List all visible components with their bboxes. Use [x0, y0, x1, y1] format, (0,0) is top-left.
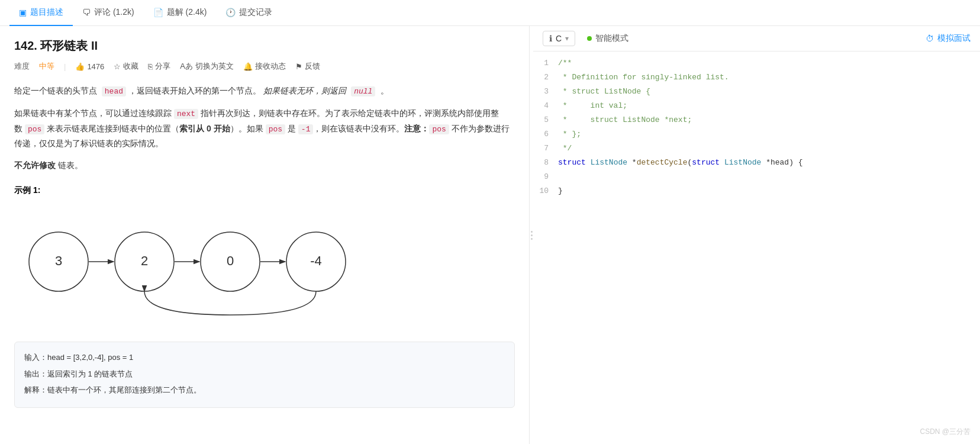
- example-section: 示例 1: 3 2 0: [14, 185, 515, 408]
- code-editor[interactable]: 1 /** 2 * Definition for singly-linked l…: [533, 52, 980, 444]
- code-line-5: 5 * struct ListNode *next;: [533, 113, 980, 127]
- problem-meta: 难度 中等 | 👍 1476 ☆ 收藏 ⎘ 分享 Aあ 切换为英文 🔔 接收动态: [14, 61, 515, 72]
- tab-description[interactable]: ▣ 题目描述: [9, 0, 73, 26]
- thumbs-up-icon: 👍: [75, 62, 85, 71]
- code-line-1: 1 /**: [533, 56, 980, 70]
- svg-text:0: 0: [227, 253, 234, 268]
- star-icon: ☆: [114, 62, 121, 71]
- problem-title: 142. 环形链表 II: [14, 38, 515, 54]
- likes-button[interactable]: 👍 1476: [75, 62, 104, 71]
- translate-icon: Aあ: [180, 61, 193, 72]
- code-line-7: 7 */: [533, 141, 980, 156]
- bell-icon: 🔔: [243, 62, 253, 71]
- explanation-line: 解释：链表中有一个环，其尾部连接到第二个节点。: [24, 383, 505, 397]
- feedback-icon: ⚑: [295, 62, 302, 71]
- simulate-label: 模拟面试: [937, 33, 971, 44]
- line-content: struct ListNode *detectCycle(struct List…: [558, 156, 980, 169]
- line-content: * Definition for singly-linked list.: [558, 71, 980, 84]
- line-number: 8: [533, 156, 558, 169]
- code-line-3: 3 * struct ListNode {: [533, 85, 980, 99]
- watermark: CSDN @三分苦: [920, 427, 971, 437]
- line-content: * };: [558, 128, 980, 141]
- left-panel: 142. 环形链表 II 难度 中等 | 👍 1476 ☆ 收藏 ⎘ 分享 Aあ…: [0, 26, 530, 444]
- line-number: 6: [533, 128, 558, 141]
- feedback-button[interactable]: ⚑ 反馈: [295, 61, 320, 72]
- share-icon: ⎘: [148, 62, 153, 71]
- io-box: 输入：head = [3,2,0,-4], pos = 1 输出：返回索引为 1…: [14, 342, 515, 408]
- line-content: * struct ListNode {: [558, 85, 980, 98]
- simulate-icon: ⏱: [926, 34, 934, 43]
- linked-list-diagram: 3 2 0 -4: [14, 205, 417, 330]
- translate-button[interactable]: Aあ 切换为英文: [180, 61, 234, 72]
- line-number: 7: [533, 142, 558, 155]
- difficulty-badge: 中等: [39, 61, 54, 72]
- line-content: * int val;: [558, 99, 980, 112]
- svg-text:3: 3: [55, 253, 62, 268]
- line-content: }: [558, 185, 980, 198]
- language-selector[interactable]: ℹ C ▾: [543, 31, 575, 46]
- solutions-icon: 📄: [153, 8, 163, 17]
- line-content: * struct ListNode *next;: [558, 114, 980, 127]
- input-line: 输入：head = [3,2,0,-4], pos = 1: [24, 350, 505, 364]
- language-label: C: [556, 34, 562, 43]
- tab-solutions[interactable]: 📄 题解 (2.4k): [144, 0, 217, 26]
- not-modify-text: 不允许修改 链表。: [14, 160, 515, 171]
- example-title: 示例 1:: [14, 185, 515, 196]
- svg-text:2: 2: [141, 253, 148, 268]
- line-number: 10: [533, 185, 558, 198]
- code-line-4: 4 * int val;: [533, 99, 980, 113]
- line-number: 1: [533, 57, 558, 70]
- tab-submissions[interactable]: 🕐 提交记录: [216, 0, 282, 26]
- code-line-2: 2 * Definition for singly-linked list.: [533, 70, 980, 85]
- difficulty-label: 难度: [14, 61, 30, 72]
- comments-icon: 🗨: [82, 8, 91, 17]
- collect-button[interactable]: ☆ 收藏: [114, 61, 138, 72]
- line-content: /**: [558, 57, 980, 70]
- editor-toolbar: ℹ C ▾ 智能模式 ⏱ 模拟面试: [533, 26, 980, 52]
- output-line: 输出：返回索引为 1 的链表节点: [24, 367, 505, 381]
- notifications-button[interactable]: 🔔 接收动态: [243, 61, 286, 72]
- right-panel: ℹ C ▾ 智能模式 ⏱ 模拟面试 1 /** 2: [533, 26, 980, 444]
- svg-text:-4: -4: [310, 253, 322, 268]
- lang-icon: ℹ: [549, 34, 552, 43]
- description-icon: ▣: [19, 8, 27, 17]
- code-line-6: 6 * };: [533, 127, 980, 141]
- main-layout: 142. 环形链表 II 难度 中等 | 👍 1476 ☆ 收藏 ⎘ 分享 Aあ…: [0, 26, 980, 444]
- problem-description: 给定一个链表的头节点 head ，返回链表开始入环的第一个节点。 如果链表无环，…: [14, 83, 515, 151]
- code-line-10: 10 }: [533, 184, 980, 198]
- code-line-9: 9: [533, 170, 980, 184]
- submissions-icon: 🕐: [225, 8, 236, 17]
- smart-mode-label: 智能模式: [595, 33, 628, 44]
- line-number: 9: [533, 170, 558, 184]
- tab-comments[interactable]: 🗨 评论 (1.2k): [73, 0, 144, 26]
- code-line-8: 8 struct ListNode *detectCycle(struct Li…: [533, 156, 980, 170]
- line-number: 2: [533, 71, 558, 84]
- line-content: */: [558, 142, 980, 155]
- line-number: 3: [533, 85, 558, 98]
- line-number: 4: [533, 99, 558, 112]
- smart-mode-dot: [587, 36, 592, 41]
- diagram-container: 3 2 0 -4: [14, 205, 515, 330]
- top-tabs: ▣ 题目描述 🗨 评论 (1.2k) 📄 题解 (2.4k) 🕐 提交记录: [0, 0, 980, 26]
- line-number: 5: [533, 114, 558, 127]
- chevron-down-icon: ▾: [565, 34, 569, 43]
- share-button[interactable]: ⎘ 分享: [148, 61, 170, 72]
- smart-mode-toggle[interactable]: 智能模式: [587, 33, 628, 44]
- simulate-button[interactable]: ⏱ 模拟面试: [926, 33, 971, 44]
